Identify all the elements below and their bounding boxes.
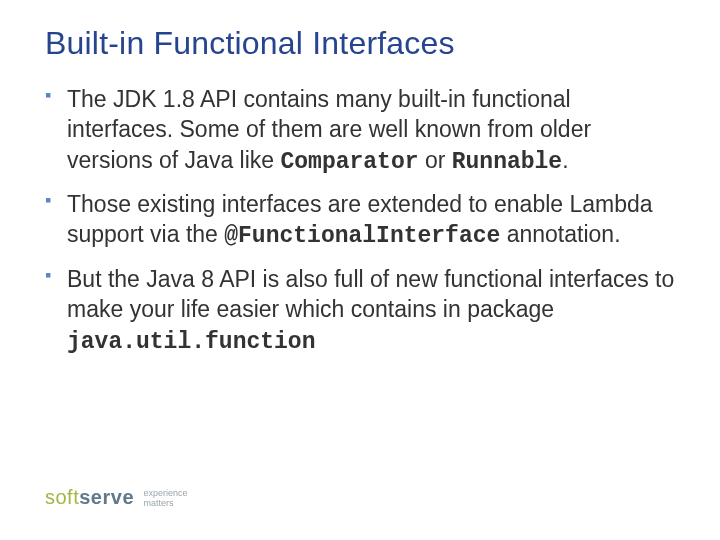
bullet-text: But the Java 8 API is also full of new f… [67,266,674,322]
slide: Built-in Functional Interfaces The JDK 1… [0,0,720,540]
bullet-text: or [419,147,452,173]
bullet-item: Those existing interfaces are extended t… [45,189,675,252]
slide-title: Built-in Functional Interfaces [45,25,675,62]
bullet-list: The JDK 1.8 API contains many built-in f… [45,84,675,357]
logo: softserve experience matters [45,487,188,508]
code-span: java.util.function [67,329,315,355]
logo-text-soft: soft [45,486,79,508]
bullet-text: . [562,147,568,173]
bullet-item: The JDK 1.8 API contains many built-in f… [45,84,675,177]
bullet-item: But the Java 8 API is also full of new f… [45,264,675,357]
logo-tagline: experience matters [144,489,188,508]
tagline-line: matters [144,499,188,508]
code-span: @FunctionalInterface [224,223,500,249]
bullet-text: annotation. [500,221,620,247]
code-span: Comparator [280,149,418,175]
code-span: Runnable [452,149,562,175]
logo-text-serve: serve [79,486,134,508]
